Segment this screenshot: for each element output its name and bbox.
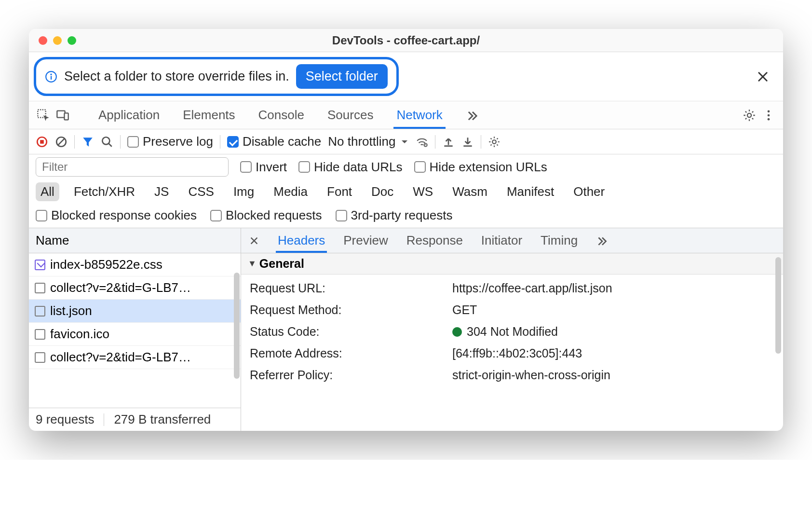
device-toggle-icon[interactable]: [56, 109, 69, 122]
more-detail-tabs-icon[interactable]: [596, 234, 609, 247]
tab-elements[interactable]: Elements: [171, 101, 246, 129]
devtools-window: DevTools - coffee-cart.app/ Select a fol…: [29, 29, 783, 431]
third-party-label: 3rd-party requests: [351, 208, 453, 223]
override-message: Select a folder to store override files …: [64, 69, 289, 84]
override-highlight: Select a folder to store override files …: [34, 57, 399, 96]
type-doc[interactable]: Doc: [366, 182, 398, 201]
checkbox-icon: [336, 210, 347, 221]
general-section-label: General: [259, 257, 304, 271]
kv-value: 304 Not Modified: [452, 325, 774, 339]
info-icon: [45, 70, 57, 83]
svg-point-6: [747, 113, 751, 117]
minimize-window-button[interactable]: [53, 36, 62, 45]
requests-statusbar: 9 requests 279 B transferred: [29, 408, 241, 431]
requests-list-panel: Name index-b859522e.css collect?v=2&tid=…: [29, 228, 241, 431]
hide-data-urls-checkbox[interactable]: Hide data URLs: [298, 160, 403, 175]
type-wasm[interactable]: Wasm: [447, 182, 492, 201]
close-details-icon[interactable]: [249, 235, 259, 246]
svg-line-13: [57, 138, 65, 145]
request-row[interactable]: index-b859522e.css: [29, 253, 241, 276]
tab-console[interactable]: Console: [247, 101, 316, 129]
svg-point-14: [102, 137, 109, 144]
blocked-requests-checkbox[interactable]: Blocked requests: [210, 208, 322, 223]
type-media[interactable]: Media: [269, 182, 312, 201]
export-har-icon[interactable]: [461, 136, 474, 148]
detail-tab-response[interactable]: Response: [406, 228, 463, 253]
transferred-size: 279 B transferred: [114, 412, 211, 427]
type-img[interactable]: Img: [229, 182, 259, 201]
doc-file-icon: [35, 306, 45, 317]
detail-tab-preview[interactable]: Preview: [343, 228, 388, 253]
main-tabbar: Application Elements Console Sources Net…: [29, 101, 783, 129]
tab-application[interactable]: Application: [87, 101, 171, 129]
close-infobar-icon[interactable]: [756, 70, 770, 83]
third-party-requests-checkbox[interactable]: 3rd-party requests: [336, 208, 453, 223]
triangle-down-icon: ▼: [248, 259, 257, 269]
network-settings-icon[interactable]: [488, 136, 501, 148]
general-kv-list: Request URL: https://coffee-cart.app/lis…: [241, 275, 783, 389]
invert-label: Invert: [256, 160, 287, 175]
details-scrollbar[interactable]: [775, 257, 781, 354]
kv-row: Remote Address: [64:ff9b::4b02:3c05]:443: [250, 343, 774, 364]
kv-value: strict-origin-when-cross-origin: [452, 368, 774, 382]
type-manifest[interactable]: Manifest: [502, 182, 559, 201]
type-ws[interactable]: WS: [408, 182, 438, 201]
block-filter-bar: Blocked response cookies Blocked request…: [29, 204, 783, 228]
filter-icon[interactable]: [81, 136, 94, 148]
search-icon[interactable]: [101, 136, 113, 148]
preserve-log-checkbox[interactable]: Preserve log: [127, 134, 213, 149]
status-dot-icon: [452, 327, 462, 337]
filter-input[interactable]: [36, 157, 229, 177]
requests-header[interactable]: Name: [29, 228, 241, 253]
type-other[interactable]: Other: [568, 182, 609, 201]
checkbox-icon: [36, 210, 47, 221]
svg-line-15: [108, 143, 112, 147]
svg-point-8: [768, 114, 770, 116]
general-section-toggle[interactable]: ▼ General: [241, 253, 783, 275]
network-conditions-icon[interactable]: [416, 136, 428, 148]
import-har-icon[interactable]: [442, 136, 455, 148]
more-options-icon[interactable]: [762, 109, 775, 122]
close-window-button[interactable]: [39, 36, 47, 45]
resource-type-filter: All Fetch/XHR JS CSS Img Media Font Doc …: [29, 179, 783, 204]
requests-scrollbar[interactable]: [234, 273, 240, 379]
detail-tab-headers[interactable]: Headers: [278, 228, 325, 253]
inspect-element-icon[interactable]: [37, 109, 50, 122]
blocked-response-cookies-checkbox[interactable]: Blocked response cookies: [36, 208, 197, 223]
detail-tab-initiator[interactable]: Initiator: [481, 228, 522, 253]
detail-tab-timing[interactable]: Timing: [541, 228, 578, 253]
invert-checkbox[interactable]: Invert: [240, 160, 287, 175]
throttling-dropdown[interactable]: No throttling: [328, 134, 409, 149]
zoom-window-button[interactable]: [68, 36, 76, 45]
checkbox-icon: [127, 136, 139, 148]
select-folder-button[interactable]: Select folder: [296, 64, 388, 89]
svg-rect-2: [51, 76, 52, 80]
request-row[interactable]: collect?v=2&tid=G-LB7…: [29, 346, 241, 369]
type-all[interactable]: All: [36, 182, 59, 201]
type-js[interactable]: JS: [149, 182, 174, 201]
traffic-lights: [29, 36, 76, 45]
settings-icon[interactable]: [743, 109, 756, 122]
more-tabs-icon[interactable]: [466, 109, 479, 122]
type-fetch-xhr[interactable]: Fetch/XHR: [69, 182, 140, 201]
hide-extension-urls-label: Hide extension URLs: [430, 160, 547, 175]
record-icon[interactable]: [36, 136, 48, 148]
chevron-down-icon: [400, 138, 409, 146]
type-css[interactable]: CSS: [183, 182, 218, 201]
window-title: DevTools - coffee-cart.app/: [332, 34, 480, 47]
request-name: collect?v=2&tid=G-LB7…: [50, 280, 191, 295]
throttling-label: No throttling: [328, 134, 395, 149]
checkbox-icon: [240, 161, 252, 173]
hide-extension-urls-checkbox[interactable]: Hide extension URLs: [414, 160, 547, 175]
tab-sources[interactable]: Sources: [316, 101, 385, 129]
tab-network[interactable]: Network: [385, 101, 454, 129]
request-row[interactable]: list.json: [29, 300, 241, 323]
disable-cache-checkbox[interactable]: Disable cache: [227, 134, 321, 149]
request-row[interactable]: favicon.ico: [29, 323, 241, 346]
request-row[interactable]: collect?v=2&tid=G-LB7…: [29, 276, 241, 300]
doc-file-icon: [35, 283, 45, 293]
svg-point-7: [768, 110, 770, 112]
clear-icon[interactable]: [55, 136, 68, 148]
type-font[interactable]: Font: [322, 182, 357, 201]
override-infobar: Select a folder to store override files …: [29, 52, 783, 101]
